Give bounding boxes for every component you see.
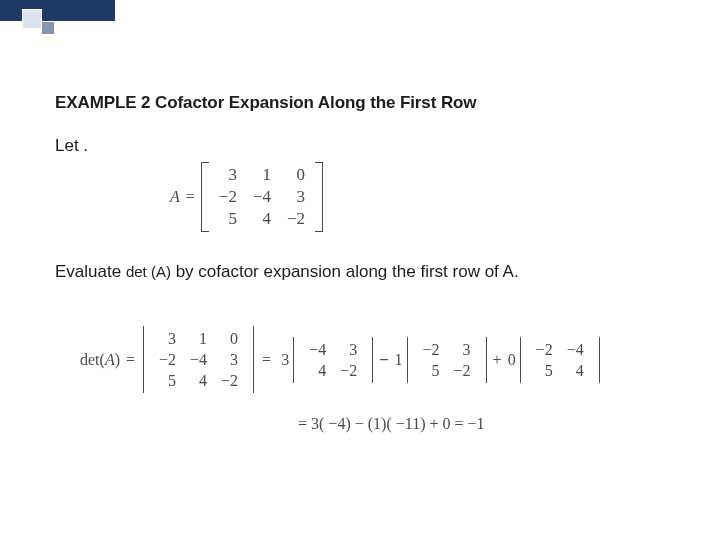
- coef-2: 1: [395, 351, 403, 369]
- cell: 0: [279, 164, 313, 186]
- cell: 4: [560, 360, 591, 381]
- example-heading: EXAMPLE 2 Cofactor Expansion Along the F…: [55, 93, 680, 113]
- expansion-line-1: det(A) = 310 −2−43 54−2 = 3 −43 4−2 − 1: [80, 326, 680, 393]
- cell: 1: [183, 328, 214, 349]
- cell: −2: [447, 360, 478, 381]
- coef-3: 0: [508, 351, 516, 369]
- cell: 3: [214, 349, 245, 370]
- equals-sign: =: [126, 351, 135, 369]
- det-label: det(A): [80, 351, 120, 369]
- cell: 4: [183, 370, 214, 391]
- cell: −4: [302, 339, 333, 360]
- cell: −4: [183, 349, 214, 370]
- A-symbol: A: [105, 351, 115, 368]
- cell: −2: [279, 208, 313, 230]
- deco-square-light: [22, 9, 42, 29]
- equals-sign: =: [262, 351, 271, 369]
- cell: 3: [447, 339, 478, 360]
- slide-corner-decoration: [0, 0, 115, 48]
- deco-square-mid: [41, 21, 55, 35]
- cell: −2: [529, 339, 560, 360]
- equals-sign: =: [186, 188, 195, 206]
- cofactor-expansion: det(A) = 310 −2−43 54−2 = 3 −43 4−2 − 1: [80, 326, 680, 433]
- cell: 3: [279, 186, 313, 208]
- matrix-A-bracket: 310 −2−43 54−2: [201, 162, 323, 232]
- evaluate-prefix: Evaluate: [55, 262, 126, 281]
- cell: 5: [529, 360, 560, 381]
- det-A-bars: 310 −2−43 54−2: [143, 326, 254, 393]
- cell: −2: [333, 360, 364, 381]
- cell: 3: [211, 164, 245, 186]
- cell: −4: [245, 186, 279, 208]
- cell: −2: [214, 370, 245, 391]
- cell: 5: [211, 208, 245, 230]
- cell: −2: [152, 349, 183, 370]
- det-close: ): [115, 351, 120, 368]
- cell: 5: [152, 370, 183, 391]
- minor-2-table: −23 5−2: [416, 339, 478, 381]
- slide-content: EXAMPLE 2 Cofactor Expansion Along the F…: [55, 93, 680, 433]
- let-label: Let .: [55, 136, 680, 156]
- minor-1: −43 4−2: [293, 337, 373, 383]
- minor-1-table: −43 4−2: [302, 339, 364, 381]
- expansion-result: = 3( −4) − (1)( −11) + 0 = −1: [298, 415, 680, 433]
- cell: 3: [333, 339, 364, 360]
- plus-sign: +: [493, 351, 502, 369]
- cell: 3: [152, 328, 183, 349]
- cell: 4: [245, 208, 279, 230]
- minor-2: −23 5−2: [407, 337, 487, 383]
- coef-1: 3: [281, 351, 289, 369]
- cell: −2: [211, 186, 245, 208]
- cell: 0: [214, 328, 245, 349]
- matrix-A-symbol: A: [170, 188, 180, 206]
- deco-strip: [0, 0, 115, 21]
- cell: 1: [245, 164, 279, 186]
- matrix-definition: A = 310 −2−43 54−2: [170, 162, 680, 232]
- minus-sign: −: [379, 351, 388, 369]
- det-A-table: 310 −2−43 54−2: [152, 328, 245, 391]
- cell: 4: [302, 360, 333, 381]
- minor-3-table: −2−4 54: [529, 339, 591, 381]
- evaluate-instruction: Evaluate det (A) by cofactor expansion a…: [55, 262, 680, 282]
- minor-3: −2−4 54: [520, 337, 600, 383]
- cell: −2: [416, 339, 447, 360]
- cell: 5: [416, 360, 447, 381]
- cell: −4: [560, 339, 591, 360]
- matrix-A-table: 310 −2−43 54−2: [211, 164, 313, 230]
- det-open: det(: [80, 351, 105, 368]
- det-A-inline: det (A): [126, 263, 171, 280]
- evaluate-suffix: by cofactor expansion along the first ro…: [171, 262, 519, 281]
